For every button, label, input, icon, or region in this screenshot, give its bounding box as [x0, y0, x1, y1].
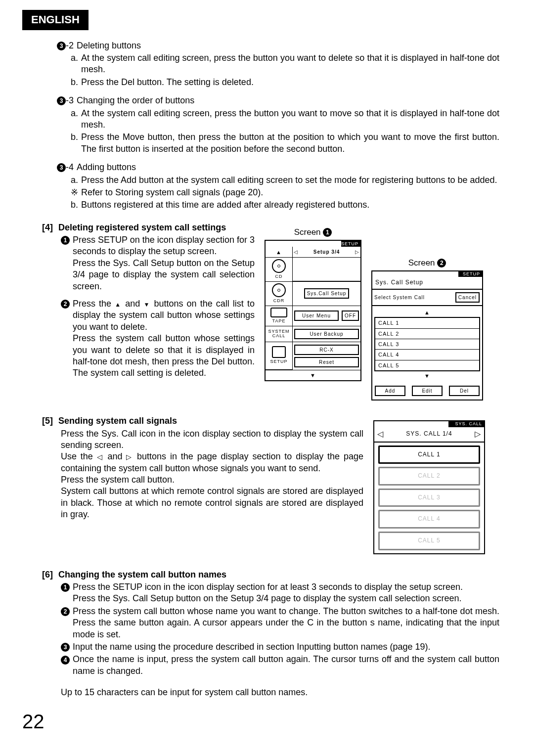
- down-triangle-icon[interactable]: [310, 372, 316, 379]
- section-title: Deleting buttons: [77, 40, 141, 51]
- call-button[interactable]: CALL 2: [378, 467, 480, 486]
- text: Press the Sys. Call icon in the icon dis…: [61, 428, 363, 451]
- list-up-icon[interactable]: [424, 310, 430, 315]
- heading-num: [6]: [42, 569, 56, 580]
- label: CDR: [273, 298, 285, 304]
- text: Once the name is input, press the system…: [73, 654, 499, 677]
- call-button[interactable]: CALL 1: [378, 445, 480, 464]
- screen-3-display: SYS. CALL SYS. CALL 1/4 CALL 1 CALL 2 CA…: [373, 420, 485, 554]
- suffix: -2: [66, 41, 74, 50]
- call-button[interactable]: CALL 5: [378, 532, 480, 550]
- add-button[interactable]: Add: [375, 386, 405, 396]
- tape-icon: [270, 308, 287, 317]
- label: SETUP: [270, 359, 287, 365]
- marker-a: a.: [71, 175, 78, 186]
- cd-icon: [272, 259, 286, 273]
- text: At the system call editing screen, press…: [81, 52, 499, 76]
- text: Press the SETUP icon in the icon display…: [73, 582, 463, 592]
- edit-button[interactable]: Edit: [412, 386, 443, 396]
- title: Sys. Call Setup: [372, 277, 482, 290]
- rcx-button[interactable]: RC-X: [294, 345, 359, 355]
- suffix: -4: [66, 162, 74, 172]
- call-button[interactable]: CALL 3: [378, 489, 480, 507]
- section-title: Adding buttons: [77, 162, 136, 173]
- section-4: [4] Deleting registered system call sett…: [22, 222, 499, 400]
- text: Press the system call button whose name …: [73, 606, 499, 640]
- step-1: 1: [61, 583, 70, 592]
- marker-a: a.: [71, 52, 78, 76]
- list-down-icon[interactable]: [424, 373, 430, 379]
- text: System call buttons at which remote cont…: [61, 486, 363, 520]
- text: Press the Sys. Call Setup button on the …: [73, 593, 461, 603]
- nav-right-icon[interactable]: [355, 249, 359, 255]
- text: Press the Del button. The setting is del…: [81, 77, 499, 88]
- right-triangle-icon: [126, 453, 133, 461]
- step-3: 3: [61, 643, 70, 652]
- hdr: SYS. CALL: [448, 421, 484, 427]
- step-2: 2: [61, 607, 70, 616]
- list-item[interactable]: CALL 3: [375, 339, 479, 349]
- note-mark: ※: [71, 187, 78, 198]
- list-item[interactable]: CALL 5: [375, 360, 479, 370]
- text: Buttons registered at this time are adde…: [81, 199, 499, 211]
- screen-num: 2: [437, 259, 446, 267]
- heading-num: [4]: [42, 222, 56, 233]
- bullet-3: 3: [57, 163, 66, 172]
- user-menu-button[interactable]: User Menu: [294, 311, 339, 321]
- bullet-3: 3: [57, 96, 66, 105]
- screen-2-display: SETUP Sys. Call Setup Select System Call…: [371, 270, 483, 400]
- text: and: [104, 451, 127, 461]
- step-4: 4: [61, 656, 70, 665]
- bullet-3: 3: [57, 42, 66, 50]
- nav-left-icon[interactable]: [377, 429, 384, 440]
- up-arrow-icon: [115, 299, 122, 309]
- step-1: 1: [61, 236, 70, 245]
- screen-num: 1: [323, 228, 332, 237]
- list-item[interactable]: CALL 4: [375, 349, 479, 359]
- section-title: Changing the order of buttons: [77, 95, 194, 106]
- heading: Sending system call signals: [58, 416, 177, 426]
- setup-icon: [272, 346, 286, 358]
- label: CD: [275, 274, 283, 280]
- heading: Deleting registered system call settings: [58, 222, 226, 232]
- section-3-4: 3-4 Adding buttons a.Press the Add butto…: [22, 162, 499, 211]
- cdr-icon: [272, 283, 286, 297]
- text: and: [122, 299, 143, 309]
- nav-label: Setup 3/4: [313, 249, 340, 255]
- syscall-setup-button[interactable]: Sys.Call Setup: [304, 288, 350, 299]
- label: SYSTEM CALL: [266, 329, 292, 338]
- suffix: -3: [66, 95, 74, 105]
- nav-label: SYS. CALL 1/4: [406, 430, 452, 438]
- hdr: SETUP: [341, 241, 360, 247]
- down-arrow-icon: [143, 299, 150, 309]
- text: Press the Move button, then press the bu…: [81, 132, 499, 155]
- tail-text: Up to 15 characters can be input for sys…: [42, 687, 499, 698]
- up-triangle-icon[interactable]: [276, 249, 282, 256]
- nav-right-icon[interactable]: [475, 429, 481, 440]
- nav-left-icon[interactable]: [294, 249, 298, 255]
- subtitle: Select System Call: [374, 294, 425, 301]
- cancel-button[interactable]: Cancel: [455, 292, 480, 303]
- section-3-2: 3-2 Deleting buttons a.At the system cal…: [22, 40, 499, 89]
- text: Press SETUP on the icon display section …: [73, 235, 255, 256]
- text: Input the name using the procedure descr…: [73, 641, 499, 653]
- screen-label: Screen: [408, 258, 435, 267]
- list-item[interactable]: CALL 1: [375, 318, 479, 328]
- call-list: CALL 1 CALL 2 CALL 3 CALL 4 CALL 5: [374, 317, 480, 371]
- off-button[interactable]: OFF: [342, 311, 359, 321]
- page-number: 22: [22, 709, 44, 734]
- list-item[interactable]: CALL 2: [375, 328, 479, 339]
- text: At the system call editing screen, press…: [81, 108, 499, 131]
- language-tab: ENGLISH: [22, 10, 89, 30]
- reset-button[interactable]: Reset: [294, 357, 359, 367]
- user-backup-button[interactable]: User Backup: [294, 329, 359, 339]
- screen-1-display: SETUP Setup 3/4 CD CDR: [265, 240, 361, 381]
- note-text: Refer to Storing system call signals (pa…: [81, 187, 499, 198]
- marker-b: b.: [71, 132, 78, 155]
- hdr: SETUP: [458, 271, 482, 277]
- del-button[interactable]: Del: [449, 386, 480, 396]
- text: Use the: [61, 451, 97, 461]
- call-button[interactable]: CALL 4: [378, 510, 480, 529]
- heading: Changing the system call button names: [58, 570, 226, 579]
- text: Press the Add button at the system call …: [81, 175, 499, 186]
